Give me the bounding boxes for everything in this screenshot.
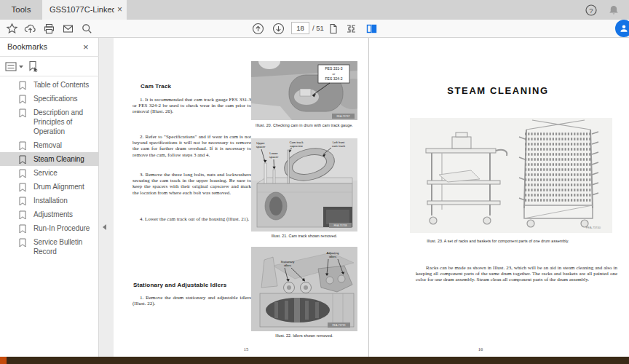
os-taskbar[interactable]: [0, 357, 629, 364]
section-heading-cam-track: Cam Track: [141, 83, 171, 90]
page-count-label: / 51: [312, 24, 324, 32]
bookmark-flag-icon: [19, 210, 26, 220]
page-title-steam-cleaning: STEAM CLEANING: [369, 85, 627, 96]
bookmark-label: Specifications: [33, 95, 77, 103]
paragraph-2: 2. Refer to "Specifications" and if wear…: [132, 134, 251, 158]
bookmark-label: Adjustments: [33, 210, 73, 218]
bookmark-item-specifications[interactable]: Specifications: [0, 92, 99, 106]
bookmark-flag-icon: [19, 95, 26, 104]
paragraph-4: 4. Lower the cam track out of the housin…: [132, 216, 251, 222]
bookmarks-close-icon[interactable]: ×: [83, 41, 89, 52]
print-icon[interactable]: [43, 23, 55, 35]
panel-collapse-arrow[interactable]: [103, 224, 106, 230]
label-cam-track-line2: cam track: [332, 144, 346, 148]
share-upload-icon[interactable]: [24, 23, 36, 35]
bookmark-item-drum-alignment[interactable]: Drum Alignment: [0, 180, 99, 194]
paragraph-1: 1. It is recommended that cam track gaug…: [132, 97, 251, 115]
bookmarks-toolbar: [0, 58, 99, 76]
illustration-20-caption: Illust. 20. Checking cam in drum with ca…: [248, 123, 361, 127]
bookmark-label: Service Bulletin Record: [33, 238, 82, 256]
bookmark-item-table-of-contents[interactable]: Table of Contents: [0, 78, 99, 92]
illustration-21-photo: Upper spacer Lower spacer Cam track caps…: [251, 138, 357, 232]
label-stationary-idlers-line2: idlers: [284, 264, 291, 267]
panel-gutter: [99, 38, 114, 357]
next-page-button[interactable]: [272, 23, 285, 35]
paragraph-5: 1. Remove the drum stationary and adjust…: [132, 295, 251, 306]
bookmark-item-adjustments[interactable]: Adjustments: [0, 207, 99, 221]
bookmark-flag-icon: [19, 169, 26, 178]
page-number-input[interactable]: [291, 22, 309, 34]
paragraph-3: 3. Remove the three long bolts, nuts and…: [132, 172, 251, 196]
bookmark-item-description-principles[interactable]: Description and Principles of Operation: [0, 106, 99, 138]
bookmarks-list: Table of Contents Specifications Descrip…: [0, 78, 99, 258]
label-lower-spacer-line2: spacer: [269, 155, 279, 159]
illustration-23-caption: Illust. 23. A set of racks and baskets f…: [384, 239, 612, 243]
bookmark-flag-icon: [19, 155, 26, 165]
bell-icon[interactable]: [607, 4, 620, 17]
tab-close-icon[interactable]: ×: [117, 0, 122, 20]
bookmark-flag-icon: [19, 224, 26, 234]
photo-ref-label: FEA-73738: [333, 224, 347, 227]
illustration-20-photo: FES 331-3 or FES 324-2 FEA-73737: [251, 61, 357, 120]
account-button[interactable]: [615, 20, 629, 37]
bookmark-label: Removal: [33, 141, 62, 149]
bookmarks-title: Bookmarks: [7, 42, 47, 51]
bookmark-label: Steam Cleaning: [33, 155, 84, 163]
bookmark-label: Drum Alignment: [33, 183, 84, 191]
scrolling-page-view-icon[interactable]: [345, 23, 357, 35]
bookmark-item-steam-cleaning[interactable]: Steam Cleaning: [0, 152, 99, 166]
gauge-label-line2: or: [333, 72, 336, 76]
gauge-label-line1: FES 331-3: [325, 66, 343, 71]
bookmark-label: Description and Principles of Operation: [33, 108, 83, 135]
bookmark-flag-icon: [19, 238, 26, 248]
label-adjusting-idlers-line2: idlers: [329, 255, 336, 258]
photo-ref-label: FEA-73737: [336, 115, 349, 118]
email-icon[interactable]: [62, 23, 74, 35]
label-capscrew-line2: capscrew: [290, 144, 304, 148]
svg-text:?: ?: [589, 7, 593, 15]
single-page-view-icon[interactable]: [327, 23, 339, 35]
bookmark-flag-icon: [19, 183, 26, 192]
illustration-21-caption: Illust. 21. Cam track shown removed.: [248, 234, 361, 238]
label-upper-spacer-line2: spacer: [256, 145, 266, 149]
bookmark-flag-icon: [19, 108, 26, 118]
photo-ref-label: FEA-73739: [332, 324, 345, 327]
taskbar-app-icon[interactable]: [0, 357, 7, 364]
photo-ref-label: FEA-73740: [586, 226, 601, 229]
previous-page-button[interactable]: [252, 23, 264, 35]
tab-tools[interactable]: Tools: [0, 0, 42, 20]
gauge-label-line3: FES 324-2: [325, 76, 343, 81]
bookmark-item-service-bulletin-record[interactable]: Service Bulletin Record: [0, 235, 99, 258]
bookmark-item-installation[interactable]: Installation: [0, 194, 99, 207]
bookmark-label: Installation: [33, 197, 68, 205]
page-number-16: 16: [473, 347, 488, 352]
bookmark-label: Service: [33, 169, 58, 177]
bookmark-item-service[interactable]: Service: [0, 166, 99, 180]
person-icon: [619, 23, 629, 33]
two-page-view-icon[interactable]: [365, 23, 378, 35]
bookmark-item-run-in-procedure[interactable]: Run-In Procedure: [0, 221, 99, 235]
favorite-star-icon[interactable]: [6, 23, 18, 35]
illustration-22-caption: Illust. 22. Idlers shown removed.: [248, 333, 361, 338]
bookmark-item-removal[interactable]: Removal: [0, 138, 99, 152]
bookmark-label: Run-In Procedure: [33, 224, 90, 232]
steam-cleaning-paragraph: Racks can be made as shown in Illust. 23…: [416, 265, 617, 283]
illustration-22-photo: Stationary idlers Adjusting idlers FEA-7…: [251, 247, 357, 331]
section-heading-idlers: Stationary and Adjustable Idlers: [133, 282, 226, 288]
page-number-15: 15: [239, 347, 253, 352]
tab-document[interactable]: GSS1077C-Linked p... ×: [42, 0, 127, 20]
search-icon[interactable]: [81, 23, 93, 35]
illustration-23-drawing: FEA-73740: [410, 118, 612, 233]
help-icon[interactable]: ?: [585, 4, 598, 17]
bookmark-flag-icon: [19, 141, 26, 151]
tab-document-label: GSS1077C-Linked p...: [50, 0, 114, 20]
expand-current-bookmark-icon[interactable]: [28, 60, 39, 75]
bookmark-options-icon[interactable]: [5, 62, 24, 75]
bookmark-flag-icon: [19, 81, 26, 90]
bookmark-label: Table of Contents: [33, 81, 89, 89]
bookmark-flag-icon: [19, 197, 26, 206]
